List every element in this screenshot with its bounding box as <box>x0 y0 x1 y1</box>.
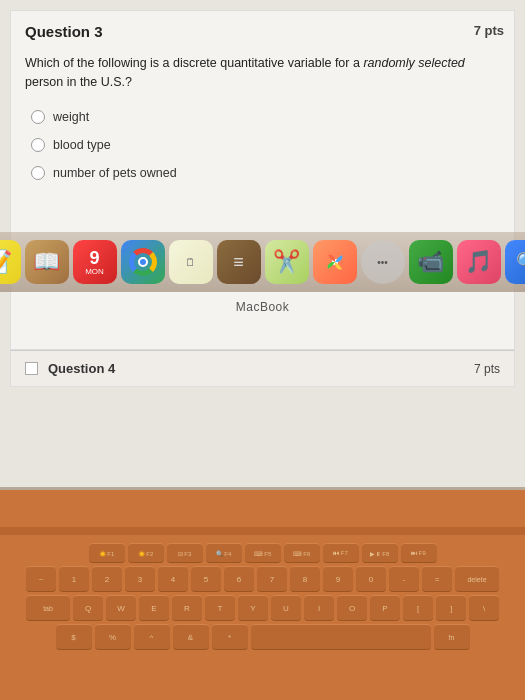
key-caret[interactable]: ^ <box>134 624 170 650</box>
key-8[interactable]: 8 <box>290 566 320 592</box>
key-f3[interactable]: ⊟ F3 <box>167 543 203 563</box>
key-6[interactable]: 6 <box>224 566 254 592</box>
qwerty-key-row: tab Q W E R T Y U I O P [ ] \ <box>6 595 519 621</box>
key-t[interactable]: T <box>205 595 235 621</box>
question3-title: Question 3 <box>25 23 500 40</box>
key-e[interactable]: E <box>139 595 169 621</box>
key-f8[interactable]: ▶⏸ F8 <box>362 543 398 563</box>
calendar-number: 9 <box>89 249 99 267</box>
key-f5[interactable]: ⌨ F5 <box>245 543 281 563</box>
key-f1[interactable]: ☀️ F1 <box>89 543 125 563</box>
option-blood-type[interactable]: blood type <box>31 138 500 152</box>
key-f6[interactable]: ⌨ F6 <box>284 543 320 563</box>
bottom-bar <box>0 527 525 535</box>
radio-weight[interactable] <box>31 110 45 124</box>
screen: 7 pts Question 3 Which of the following … <box>0 0 525 490</box>
key-u[interactable]: U <box>271 595 301 621</box>
pinwheel-icon[interactable] <box>313 240 357 284</box>
key-4[interactable]: 4 <box>158 566 188 592</box>
option-weight-label: weight <box>53 110 89 124</box>
chrome-icon[interactable] <box>121 240 165 284</box>
chrome-center <box>138 257 148 267</box>
key-f2[interactable]: ☀️ F2 <box>128 543 164 563</box>
key-o[interactable]: O <box>337 595 367 621</box>
screen-content: 7 pts Question 3 Which of the following … <box>0 0 525 487</box>
key-f9[interactable]: ⏭ F9 <box>401 543 437 563</box>
key-7[interactable]: 7 <box>257 566 287 592</box>
key-1[interactable]: 1 <box>59 566 89 592</box>
question3-pts: 7 pts <box>474 23 504 38</box>
key-extra[interactable]: fn <box>434 624 470 650</box>
fn-key-row: ☀️ F1 ☀️ F2 ⊟ F3 🔍 F4 ⌨ F5 ⌨ F6 ⏮ F7 ▶⏸ … <box>6 543 519 563</box>
dock: 📝 📖 9 MON 🗒 ≡ ✂️ <box>0 232 525 292</box>
key-bracket-l[interactable]: [ <box>403 595 433 621</box>
key-y[interactable]: Y <box>238 595 268 621</box>
keyboard: ☀️ F1 ☀️ F2 ⊟ F3 🔍 F4 ⌨ F5 ⌨ F6 ⏮ F7 ▶⏸ … <box>0 535 525 700</box>
quiz-area: 7 pts Question 3 Which of the following … <box>10 10 515 350</box>
key-f4[interactable]: 🔍 F4 <box>206 543 242 563</box>
option-pets-label: number of pets owned <box>53 166 177 180</box>
key-spacebar[interactable] <box>251 624 431 650</box>
key-delete[interactable]: delete <box>455 566 499 592</box>
key-tab[interactable]: tab <box>26 595 70 621</box>
key-3[interactable]: 3 <box>125 566 155 592</box>
key-equals[interactable]: = <box>422 566 452 592</box>
key-f7[interactable]: ⏮ F7 <box>323 543 359 563</box>
option-blood-type-label: blood type <box>53 138 111 152</box>
radio-blood-type[interactable] <box>31 138 45 152</box>
notes-icon[interactable]: 🗒 <box>169 240 213 284</box>
key-r[interactable]: R <box>172 595 202 621</box>
key-q[interactable]: Q <box>73 595 103 621</box>
key-bracket-r[interactable]: ] <box>436 595 466 621</box>
key-backslash[interactable]: \ <box>469 595 499 621</box>
calendar-day: MON <box>85 267 104 276</box>
facetime-icon[interactable]: 📹 <box>409 240 453 284</box>
option-weight[interactable]: weight <box>31 110 500 124</box>
key-9[interactable]: 9 <box>323 566 353 592</box>
list-icon[interactable]: ≡ <box>217 240 261 284</box>
key-minus[interactable]: - <box>389 566 419 592</box>
key-5[interactable]: 5 <box>191 566 221 592</box>
key-dollar[interactable]: $ <box>56 624 92 650</box>
key-0[interactable]: 0 <box>356 566 386 592</box>
finder-icon[interactable]: 🔍 <box>505 240 526 284</box>
option-pets[interactable]: number of pets owned <box>31 166 500 180</box>
key-p[interactable]: P <box>370 595 400 621</box>
key-i[interactable]: I <box>304 595 334 621</box>
question3-text: Which of the following is a discrete qua… <box>25 54 500 92</box>
note-icon[interactable]: 📝 <box>0 240 21 284</box>
answer-options: weight blood type number of pets owned <box>25 110 500 180</box>
key-tilde[interactable]: ~ <box>26 566 56 592</box>
question4-title: Question 4 <box>48 361 464 376</box>
question4-bar[interactable]: Question 4 7 pts <box>10 350 515 387</box>
number-key-row: ~ 1 2 3 4 5 6 7 8 9 0 - = delete <box>6 566 519 592</box>
question4-pts: 7 pts <box>474 362 500 376</box>
calendar-icon[interactable]: 9 MON <box>73 240 117 284</box>
more-dots-icon[interactable]: ••• <box>361 240 405 284</box>
radio-pets[interactable] <box>31 166 45 180</box>
key-ampersand[interactable]: & <box>173 624 209 650</box>
macbook-label: MacBook <box>0 300 525 314</box>
chrome-ring <box>129 248 157 276</box>
key-2[interactable]: 2 <box>92 566 122 592</box>
symbol-key-row: $ % ^ & * fn <box>6 624 519 650</box>
key-percent[interactable]: % <box>95 624 131 650</box>
key-asterisk[interactable]: * <box>212 624 248 650</box>
question4-checkbox[interactable] <box>25 362 38 375</box>
key-w[interactable]: W <box>106 595 136 621</box>
scissors-icon[interactable]: ✂️ <box>265 240 309 284</box>
book-icon[interactable]: 📖 <box>25 240 69 284</box>
music-icon[interactable]: 🎵 <box>457 240 501 284</box>
pinwheel-svg <box>320 247 350 277</box>
